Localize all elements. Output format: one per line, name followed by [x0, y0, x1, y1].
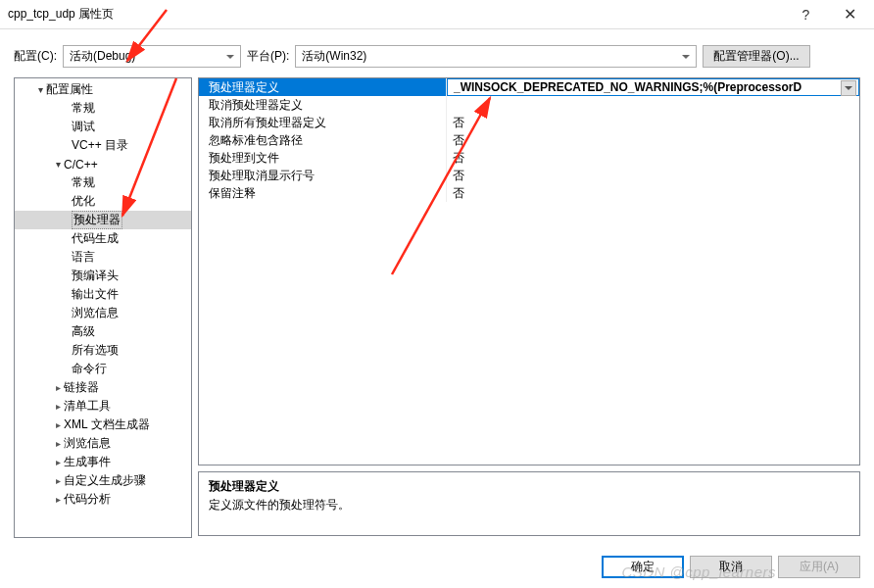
tree-item[interactable]: 高级: [15, 322, 191, 341]
grid-row[interactable]: 保留注释 否: [199, 184, 859, 202]
grid-value[interactable]: 否: [447, 167, 859, 184]
help-button[interactable]: ?: [784, 0, 828, 28]
tree-item[interactable]: 预编译头: [15, 267, 191, 285]
ok-button[interactable]: 确定: [602, 556, 684, 578]
grid-row[interactable]: 预处理取消显示行号 否: [199, 167, 859, 184]
title-bar: cpp_tcp_udp 属性页 ? ✕: [0, 0, 874, 29]
tree-item[interactable]: ▸清单工具: [15, 397, 191, 416]
close-button[interactable]: ✕: [828, 0, 872, 28]
chevron-right-icon: ▸: [52, 475, 64, 486]
grid-value[interactable]: [447, 96, 859, 114]
grid-row[interactable]: 预处理到文件 否: [199, 149, 859, 167]
description-body: 定义源文件的预处理符号。: [209, 497, 850, 514]
platform-combo[interactable]: 活动(Win32): [295, 45, 697, 68]
config-label: 配置(C):: [14, 48, 57, 65]
tree-item[interactable]: ▸链接器: [15, 378, 191, 397]
tree-item[interactable]: ▸自定义生成步骤: [15, 471, 191, 490]
grid-key: 忽略标准包含路径: [199, 131, 447, 149]
tree-item[interactable]: 调试: [15, 118, 191, 136]
category-tree[interactable]: ▾配置属性 常规 调试 VC++ 目录 ▾C/C++ 常规 优化 预处理器 代码…: [14, 77, 192, 538]
chevron-down-icon: ▾: [52, 159, 64, 170]
tree-item[interactable]: 浏览信息: [15, 304, 191, 322]
grid-row[interactable]: 取消预处理器定义: [199, 96, 859, 114]
tree-item[interactable]: 代码生成: [15, 229, 191, 248]
tree-item[interactable]: 命令行: [15, 360, 191, 378]
chevron-right-icon: ▸: [52, 457, 64, 467]
dialog-footer: 确定 取消 应用(A): [602, 556, 860, 578]
config-combo[interactable]: 活动(Debug): [63, 45, 241, 68]
grid-value[interactable]: 否: [447, 131, 859, 149]
property-grid: 预处理器定义 _WINSOCK_DEPRECATED_NO_WARNINGS;%…: [198, 77, 860, 466]
tree-cpp[interactable]: ▾C/C++: [15, 155, 191, 173]
grid-key: 取消预处理器定义: [199, 96, 447, 114]
grid-value[interactable]: 否: [447, 184, 859, 202]
platform-label: 平台(P):: [247, 48, 289, 65]
chevron-right-icon: ▸: [52, 494, 64, 505]
config-toolbar: 配置(C): 活动(Debug) 平台(P): 活动(Win32) 配置管理器(…: [0, 29, 874, 77]
chevron-right-icon: ▸: [52, 401, 64, 412]
chevron-right-icon: ▸: [52, 382, 64, 393]
dropdown-icon[interactable]: [841, 80, 856, 96]
tree-item-preprocessor[interactable]: 预处理器: [15, 211, 191, 229]
description-title: 预处理器定义: [209, 478, 850, 495]
grid-key: 预处理取消显示行号: [199, 167, 447, 184]
apply-button[interactable]: 应用(A): [778, 556, 860, 578]
grid-key: 取消所有预处理器定义: [199, 114, 447, 131]
tree-item[interactable]: ▸代码分析: [15, 490, 191, 509]
tree-item[interactable]: 优化: [15, 192, 191, 211]
grid-key: 预处理到文件: [199, 149, 447, 167]
chevron-right-icon: ▸: [52, 438, 64, 449]
cancel-button[interactable]: 取消: [690, 556, 772, 578]
chevron-right-icon: ▸: [52, 419, 64, 430]
grid-value[interactable]: 否: [447, 114, 859, 131]
tree-item[interactable]: 所有选项: [15, 341, 191, 360]
grid-key: 预处理器定义: [199, 78, 447, 96]
tree-item[interactable]: ▸生成事件: [15, 453, 191, 471]
tree-item[interactable]: ▸XML 文档生成器: [15, 416, 191, 434]
grid-value-input[interactable]: _WINSOCK_DEPRECATED_NO_WARNINGS;%(Prepro…: [447, 78, 859, 96]
tree-item[interactable]: 输出文件: [15, 285, 191, 304]
grid-row-selected[interactable]: 预处理器定义 _WINSOCK_DEPRECATED_NO_WARNINGS;%…: [199, 78, 859, 96]
grid-row[interactable]: 忽略标准包含路径 否: [199, 131, 859, 149]
config-manager-button[interactable]: 配置管理器(O)...: [703, 45, 809, 68]
grid-value[interactable]: 否: [447, 149, 859, 167]
tree-root[interactable]: ▾配置属性: [15, 80, 191, 99]
grid-row[interactable]: 取消所有预处理器定义 否: [199, 114, 859, 131]
grid-key: 保留注释: [199, 184, 447, 202]
window-title: cpp_tcp_udp 属性页: [8, 6, 784, 23]
tree-item[interactable]: 语言: [15, 248, 191, 267]
tree-item[interactable]: 常规: [15, 173, 191, 192]
tree-item[interactable]: ▸浏览信息: [15, 434, 191, 453]
tree-item[interactable]: 常规: [15, 99, 191, 118]
description-panel: 预处理器定义 定义源文件的预处理符号。: [198, 471, 860, 536]
chevron-down-icon: ▾: [34, 84, 46, 95]
tree-item[interactable]: VC++ 目录: [15, 136, 191, 155]
